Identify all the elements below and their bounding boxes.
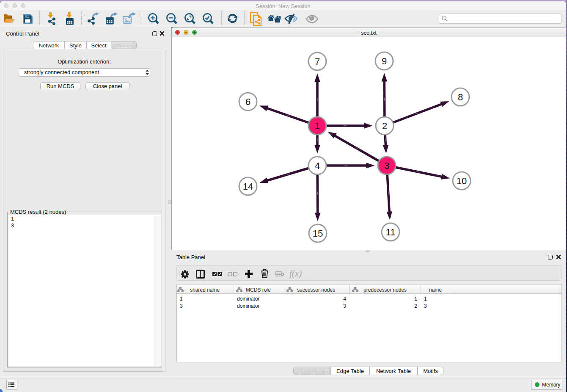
svg-text:11: 11 — [386, 227, 396, 237]
svg-text:7: 7 — [315, 56, 320, 67]
svg-text:8: 8 — [458, 92, 463, 102]
svg-text:3: 3 — [384, 160, 389, 171]
svg-text:4: 4 — [315, 160, 320, 171]
svg-text:14: 14 — [243, 181, 253, 192]
svg-text:10: 10 — [457, 176, 467, 186]
svg-text:9: 9 — [382, 56, 387, 66]
svg-text:2: 2 — [382, 121, 387, 131]
svg-text:15: 15 — [313, 228, 323, 239]
svg-text:1: 1 — [315, 121, 320, 131]
svg-text:6: 6 — [245, 97, 250, 107]
